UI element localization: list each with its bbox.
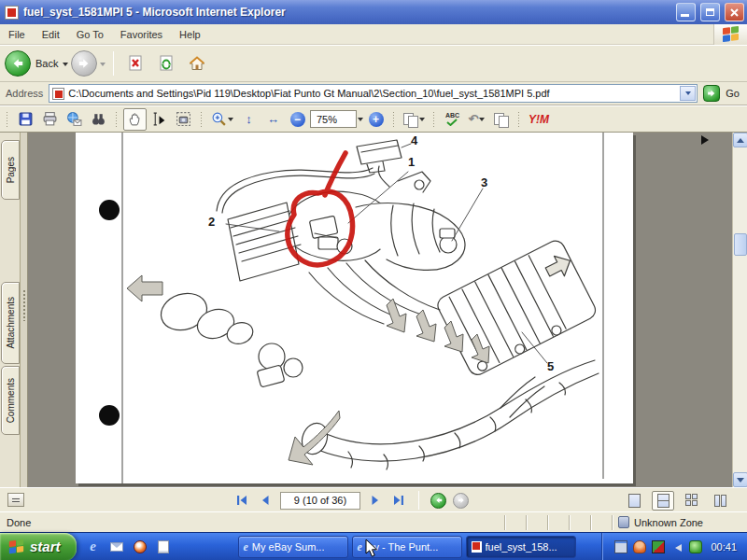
snapshot-button[interactable]	[172, 108, 195, 131]
address-field[interactable]: C:\Documents and Settings\Pid 119\Deskto…	[49, 84, 698, 103]
fit-width-icon: ↔	[267, 112, 279, 126]
scroll-down-button[interactable]	[733, 472, 747, 487]
address-dropdown-button[interactable]	[680, 86, 696, 101]
tab-pages[interactable]: Pages	[1, 140, 20, 200]
save-button[interactable]	[14, 108, 37, 131]
search-button[interactable]	[87, 108, 110, 131]
menu-favorites[interactable]: Favorites	[112, 26, 171, 43]
minimize-button[interactable]	[676, 3, 696, 21]
restore-button[interactable]	[700, 3, 720, 21]
undo-button[interactable]: ↶	[465, 108, 488, 131]
start-button[interactable]: start	[0, 533, 77, 560]
zoom-tool-caret	[228, 118, 233, 124]
zoom-tool-button[interactable]	[208, 108, 236, 131]
single-page-view-button[interactable]	[623, 491, 645, 511]
print-button[interactable]	[38, 108, 62, 131]
scrollbar-thumb[interactable]	[734, 233, 747, 256]
outlook-express-icon[interactable]	[108, 539, 125, 555]
check-icon	[446, 119, 458, 126]
page-nav-cluster: 9 (10 of 36)	[233, 488, 469, 512]
ie-icon: e	[244, 541, 248, 553]
menu-goto[interactable]: Go To	[68, 26, 112, 43]
address-pdf-icon	[52, 88, 64, 100]
zoom-level-input[interactable]: 75%	[310, 110, 357, 128]
page-layout-button[interactable]	[401, 108, 428, 131]
menu-help[interactable]: Help	[171, 26, 209, 43]
facing-view-button[interactable]	[710, 491, 732, 511]
navigation-toolbar: Back	[0, 45, 747, 82]
back-arrow-icon	[10, 56, 25, 71]
back-button[interactable]	[5, 50, 31, 77]
copy-button[interactable]	[489, 108, 513, 131]
pane-splitter-handle[interactable]	[22, 289, 26, 321]
back-dropdown-caret[interactable]	[63, 63, 68, 69]
forward-button[interactable]	[71, 50, 97, 77]
display-settings-icon[interactable]	[614, 540, 627, 553]
undo-icon: ↶	[469, 112, 479, 126]
refresh-button[interactable]	[155, 52, 177, 75]
spellcheck-button[interactable]: ABC	[441, 108, 464, 131]
zoom-out-button[interactable]: −	[286, 108, 309, 131]
select-text-button[interactable]	[148, 108, 171, 131]
chevron-up-icon	[737, 134, 744, 143]
window-title: fuel_syst_1581MPI 5 - Microsoft Internet…	[23, 6, 671, 19]
stop-button[interactable]	[124, 52, 147, 75]
toolbar-separator	[113, 51, 114, 76]
back-button-label[interactable]: Back	[35, 58, 58, 69]
zoom-level-caret[interactable]	[358, 118, 363, 124]
windows-flag-icon	[9, 539, 23, 554]
toolbar-grip	[6, 111, 9, 128]
last-page-button[interactable]	[390, 492, 407, 509]
page-number-input[interactable]: 9 (10 of 36)	[280, 492, 360, 510]
volume-icon[interactable]	[670, 540, 684, 553]
taskbar-button-pdf[interactable]: fuel_syst_158...	[466, 536, 576, 558]
document-shortcut-icon[interactable]	[155, 539, 172, 555]
reader-menu-arrow[interactable]	[701, 135, 709, 145]
zoom-in-button[interactable]: +	[364, 108, 388, 131]
media-player-icon[interactable]	[132, 539, 148, 555]
first-page-button[interactable]	[233, 492, 250, 509]
continuous-view-button[interactable]	[652, 491, 674, 511]
save-icon	[18, 111, 34, 127]
status-bar: Done Unknown Zone	[0, 511, 747, 532]
previous-view-button[interactable]	[430, 493, 446, 509]
tab-comments[interactable]: Comments	[1, 366, 20, 435]
forward-dropdown-caret[interactable]	[100, 63, 106, 69]
status-splitter-button[interactable]	[7, 493, 24, 507]
go-label[interactable]: Go	[726, 88, 740, 99]
ie-quicklaunch-icon[interactable]: e	[85, 539, 102, 555]
address-input[interactable]: C:\Documents and Settings\Pid 119\Deskto…	[68, 88, 676, 99]
close-button[interactable]	[725, 3, 744, 21]
next-page-button[interactable]	[367, 492, 384, 509]
previous-page-button[interactable]	[257, 492, 274, 509]
menu-edit[interactable]: Edit	[34, 26, 68, 43]
fit-page-button[interactable]: ↕	[237, 108, 261, 131]
menu-file[interactable]: File	[0, 26, 34, 43]
taskbar-button-ebay[interactable]: e My eBay Sum...	[238, 536, 348, 558]
go-button[interactable]	[703, 85, 720, 102]
quick-launch: e	[85, 539, 172, 555]
next-view-button[interactable]	[453, 493, 469, 509]
scroll-up-button[interactable]	[733, 133, 747, 147]
hand-tool-button[interactable]	[123, 108, 147, 131]
yahoo-messenger-button[interactable]: Y!M	[526, 108, 552, 131]
email-icon	[66, 111, 82, 127]
update-icon[interactable]	[689, 540, 702, 553]
home-button[interactable]	[186, 52, 208, 75]
vertical-scrollbar[interactable]	[732, 133, 747, 487]
messenger-icon[interactable]	[633, 540, 646, 553]
status-pane	[590, 515, 612, 530]
continuous-facing-view-button[interactable]	[681, 491, 703, 511]
address-label: Address	[6, 88, 43, 99]
toolbar-grip	[115, 111, 119, 128]
status-pane	[504, 515, 526, 530]
binoculars-icon	[91, 111, 106, 127]
back-arrow-icon	[434, 496, 444, 505]
tab-attachments[interactable]: Attachments	[1, 282, 20, 364]
antivirus-icon[interactable]	[652, 540, 665, 553]
email-button[interactable]	[63, 108, 86, 131]
menu-bar: File Edit Go To Favorites Help	[0, 24, 747, 45]
fit-width-button[interactable]: ↔	[261, 108, 285, 131]
pdf-page: 1 2 3 4 5	[76, 133, 633, 483]
fit-page-icon: ↕	[246, 112, 252, 126]
